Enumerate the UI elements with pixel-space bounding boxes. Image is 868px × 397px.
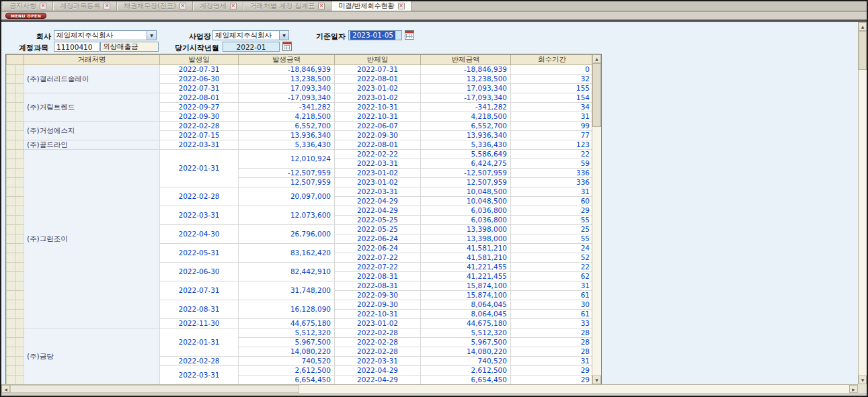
chevron-down-icon[interactable]: ▼ — [147, 31, 156, 40]
row-selector-cell[interactable] — [7, 75, 15, 84]
period-cell[interactable]: 155 — [511, 84, 592, 93]
occur-date-cell[interactable]: 2022-07-31 — [160, 65, 239, 75]
row-selector-cell[interactable] — [7, 93, 15, 103]
settle-date-cell[interactable]: 2022-07-22 — [335, 253, 421, 263]
period-cell[interactable]: 61 — [511, 291, 592, 300]
row-indicator-cell[interactable] — [15, 187, 24, 197]
settle-date-cell[interactable]: 2023-01-02 — [335, 319, 421, 328]
settle-amount-cell[interactable]: 6,424,275 — [421, 159, 511, 169]
vendor-cell[interactable]: (주)금당 — [24, 328, 160, 385]
chevron-down-icon[interactable]: ▼ — [279, 31, 288, 40]
settle-date-cell[interactable]: 2022-08-01 — [335, 140, 421, 150]
occur-date-cell[interactable]: 2022-01-31 — [160, 150, 239, 187]
period-start-input[interactable] — [223, 42, 280, 52]
period-cell[interactable]: 22 — [511, 150, 592, 159]
col-header-occur-amount[interactable]: 발생금액 — [239, 55, 335, 65]
col-header-vendor[interactable]: 거래처명 — [24, 55, 160, 65]
tab-close-icon[interactable]: × — [40, 3, 46, 9]
occur-amount-cell[interactable]: 2,612,500 — [239, 366, 335, 376]
account-code-input[interactable] — [54, 42, 100, 52]
occur-amount-cell[interactable]: 17,093,340 — [239, 84, 335, 93]
occur-date-cell[interactable]: 2022-09-27 — [160, 103, 239, 112]
settle-amount-cell[interactable]: 2,612,500 — [421, 366, 511, 376]
account-name-input[interactable] — [100, 42, 159, 52]
row-selector-cell[interactable] — [7, 187, 15, 197]
settle-date-cell[interactable]: 2022-05-25 — [335, 216, 421, 225]
period-cell[interactable]: 59 — [511, 159, 592, 169]
occur-amount-cell[interactable]: 5,512,320 — [239, 328, 335, 338]
occur-amount-cell[interactable]: 6,654,450 — [239, 376, 335, 385]
occur-date-cell[interactable]: 2022-02-28 — [160, 122, 239, 131]
settle-amount-cell[interactable]: 17,093,340 — [421, 84, 511, 93]
row-selector-cell[interactable] — [7, 366, 15, 376]
row-selector-cell[interactable] — [7, 244, 15, 253]
occur-date-cell[interactable]: 2022-03-31 — [160, 206, 239, 225]
settle-amount-cell[interactable]: -12,507,959 — [421, 169, 511, 178]
period-cell[interactable]: 31 — [511, 357, 592, 366]
row-indicator-cell[interactable] — [15, 376, 24, 385]
window-hscroll-thumb[interactable] — [10, 385, 299, 393]
period-cell[interactable]: 24 — [511, 244, 592, 253]
row-indicator-cell[interactable] — [15, 310, 24, 319]
period-cell[interactable]: 28 — [511, 338, 592, 347]
row-indicator-cell[interactable] — [15, 272, 24, 281]
occur-date-cell[interactable]: 2022-09-30 — [160, 112, 239, 122]
row-indicator-cell[interactable] — [15, 291, 24, 300]
occur-amount-cell[interactable]: 5,967,500 — [239, 338, 335, 347]
period-cell[interactable]: 77 — [511, 131, 592, 140]
scroll-up-icon[interactable]: ▲ — [592, 54, 601, 63]
scroll-down-icon[interactable]: ▼ — [859, 376, 867, 384]
occur-amount-cell[interactable]: 12,010,924 — [239, 150, 335, 169]
row-indicator-cell[interactable] — [15, 169, 24, 178]
row-indicator-cell[interactable] — [15, 84, 24, 93]
calendar-icon[interactable] — [405, 30, 414, 40]
row-selector-cell[interactable] — [7, 281, 15, 291]
settle-amount-cell[interactable]: 6,654,450 — [421, 376, 511, 385]
occur-date-cell[interactable]: 2022-08-31 — [160, 300, 239, 319]
row-indicator-cell[interactable] — [15, 178, 24, 187]
settle-date-cell[interactable]: 2022-07-22 — [335, 263, 421, 272]
occur-amount-cell[interactable]: 83,162,420 — [239, 244, 335, 263]
period-cell[interactable]: 22 — [511, 263, 592, 272]
occur-date-cell[interactable]: 2022-07-15 — [160, 131, 239, 140]
occur-amount-cell[interactable]: 12,507,959 — [239, 178, 335, 187]
settle-date-cell[interactable]: 2023-01-02 — [335, 178, 421, 187]
settle-amount-cell[interactable]: 13,936,340 — [421, 131, 511, 140]
menu-open-button[interactable]: MENU OPEN — [5, 13, 46, 19]
tab-close-icon[interactable]: × — [318, 3, 325, 9]
row-indicator-cell[interactable] — [15, 103, 24, 112]
settle-amount-cell[interactable]: 6,552,700 — [421, 122, 511, 131]
row-selector-cell[interactable] — [7, 347, 15, 357]
period-cell[interactable]: 336 — [511, 178, 592, 187]
settle-amount-cell[interactable]: -341,282 — [421, 103, 511, 112]
tab-item[interactable]: 공지사항× — [3, 1, 53, 11]
row-selector-cell[interactable] — [7, 253, 15, 263]
row-indicator-cell[interactable] — [15, 253, 24, 263]
period-cell[interactable]: 29 — [511, 366, 592, 376]
settle-date-cell[interactable]: 2022-02-28 — [335, 328, 421, 338]
occur-amount-cell[interactable]: -18,846,939 — [239, 65, 335, 75]
settle-amount-cell[interactable]: 5,586,649 — [421, 150, 511, 159]
occur-amount-cell[interactable]: 13,238,500 — [239, 75, 335, 84]
occur-date-cell[interactable]: 2022-11-30 — [160, 319, 239, 328]
settle-date-cell[interactable]: 2022-04-29 — [335, 197, 421, 206]
settle-amount-cell[interactable]: 44,675,180 — [421, 319, 511, 328]
period-cell[interactable]: 154 — [511, 93, 592, 103]
base-date-input[interactable]: 2023-01-05 — [348, 30, 402, 40]
occur-amount-cell[interactable]: -17,093,340 — [239, 93, 335, 103]
row-indicator-cell[interactable] — [15, 65, 24, 75]
settle-amount-cell[interactable]: 6,036,800 — [421, 216, 511, 225]
window-vscroll-thumb[interactable] — [859, 31, 867, 70]
period-cell[interactable]: 336 — [511, 169, 592, 178]
period-cell[interactable]: 33 — [511, 319, 592, 328]
settle-date-cell[interactable]: 2023-01-02 — [335, 169, 421, 178]
settle-amount-cell[interactable]: 13,238,500 — [421, 75, 511, 84]
row-selector-cell[interactable] — [7, 103, 15, 112]
occur-date-cell[interactable]: 2022-07-31 — [160, 84, 239, 93]
settle-amount-cell[interactable]: 4,218,500 — [421, 112, 511, 122]
row-indicator-cell[interactable] — [15, 150, 24, 159]
settle-amount-cell[interactable]: 10,048,500 — [421, 197, 511, 206]
occur-amount-cell[interactable]: -12,507,959 — [239, 169, 335, 178]
row-selector-cell[interactable] — [7, 131, 15, 140]
row-indicator-cell[interactable] — [15, 366, 24, 376]
